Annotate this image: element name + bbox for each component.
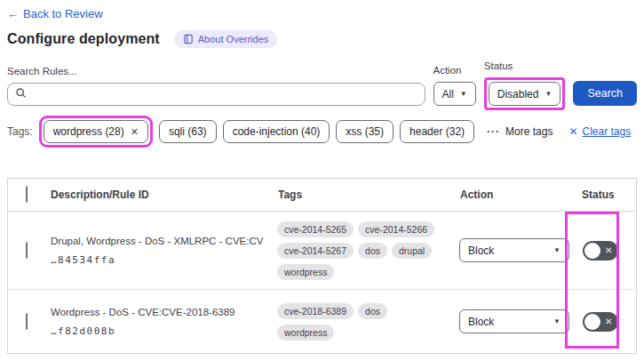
tag-chip-label: wordpress (28)	[53, 125, 124, 138]
tags-filter-bar: Tags: wordpress (28) ✕ sqli (63) code-in…	[7, 116, 637, 148]
tag-chip-wordpress[interactable]: wordpress (28) ✕	[44, 120, 148, 143]
status-filter-value: Disabled	[497, 88, 539, 100]
chevron-down-icon: ▼	[553, 246, 561, 254]
tag-chip-xss[interactable]: xss (35)	[336, 120, 394, 143]
rule-tag-pill: dos	[358, 243, 387, 259]
book-icon	[183, 34, 194, 44]
title-row: Configure deployment About Overrides	[7, 30, 637, 48]
rule-tag-pill: cve-2014-5265	[277, 221, 354, 237]
status-label: Status	[484, 60, 566, 71]
search-rules-input[interactable]	[7, 83, 425, 106]
about-overrides-link[interactable]: About Overrides	[174, 30, 277, 48]
rule-tag-pill: cve-2014-5267	[277, 243, 354, 259]
toggle-off-x-icon: ✕	[605, 317, 612, 326]
table-row: Wordpress - DoS - CVE:CVE-2018-6389 …f82…	[8, 290, 636, 353]
action-filter-value: All	[442, 88, 454, 100]
status-toggle[interactable]: ✕	[583, 241, 618, 261]
more-tags-button[interactable]: ··· More tags	[487, 125, 553, 138]
column-header-status: Status	[574, 189, 636, 201]
more-tags-label: More tags	[505, 125, 553, 138]
back-link-label: Back to Review	[23, 7, 103, 20]
rule-tag-pill: cve-2018-6389	[277, 303, 354, 319]
tags-label: Tags:	[7, 125, 33, 138]
about-overrides-label: About Overrides	[198, 34, 268, 44]
rule-description: Wordpress - DoS - CVE:CVE-2018-6389	[51, 307, 263, 317]
search-rules-label: Search Rules...	[7, 66, 425, 76]
chevron-down-icon: ▼	[545, 90, 552, 98]
tag-chip-header[interactable]: header (32)	[400, 120, 474, 143]
rule-tag-pill: drupal	[392, 243, 432, 259]
toggle-knob	[584, 243, 600, 259]
filter-row: Search Rules... Action All ▼ Status	[7, 60, 637, 106]
select-all-checkbox[interactable]	[26, 186, 28, 203]
action-label: Action	[433, 65, 476, 76]
search-icon	[15, 86, 27, 102]
back-arrow-icon: ←	[7, 7, 19, 20]
rule-tag-pill: wordpress	[277, 264, 334, 280]
status-toggle[interactable]: ✕	[583, 312, 618, 332]
table-header-row: Description/Rule ID Tags Action Status	[8, 179, 636, 212]
column-header-description: Description/Rule ID	[51, 189, 272, 201]
action-filter-dropdown[interactable]: All ▼	[433, 82, 476, 106]
tag-chip-sqli[interactable]: sqli (63)	[159, 120, 217, 143]
rules-table: Description/Rule ID Tags Action Status D…	[7, 178, 637, 354]
column-header-tags: Tags	[272, 189, 452, 201]
search-button[interactable]: Search	[573, 81, 637, 106]
remove-tag-icon[interactable]: ✕	[131, 126, 139, 138]
status-filter-dropdown[interactable]: Disabled ▼	[489, 82, 561, 106]
action-dropdown[interactable]: Block ▼	[459, 309, 569, 333]
action-value: Block	[468, 245, 494, 257]
rule-id: …f82d008b	[51, 325, 263, 337]
toggle-knob	[584, 314, 600, 330]
action-value: Block	[468, 316, 494, 328]
clear-tags-link[interactable]: ✕ Clear tags	[568, 125, 631, 138]
rule-description: Drupal, Wordpress - DoS - XMLRPC - CVE:C…	[51, 236, 263, 246]
row-checkbox[interactable]	[26, 313, 28, 330]
column-header-action: Action	[452, 189, 574, 201]
table-row: Drupal, Wordpress - DoS - XMLRPC - CVE:C…	[8, 212, 636, 290]
row-checkbox[interactable]	[26, 242, 28, 259]
rule-tag-pill: cve-2014-5266	[358, 221, 434, 237]
chevron-down-icon: ▼	[460, 90, 467, 98]
tag-chip-code-injection[interactable]: code-injection (40)	[223, 120, 330, 143]
rule-tag-pill: dos	[358, 303, 387, 319]
page-title: Configure deployment	[7, 31, 160, 47]
rule-id: …84534ffa	[51, 254, 263, 266]
rule-tag-pill: wordpress	[277, 325, 334, 341]
rule-tags: cve-2018-6389 dos wordpress	[272, 303, 452, 341]
configure-deployment-page: ← Back to Review Configure deployment Ab…	[0, 0, 644, 354]
chevron-down-icon: ▼	[553, 317, 561, 325]
ellipsis-icon: ···	[487, 125, 500, 138]
clear-tags-x-icon: ✕	[568, 125, 577, 138]
toggle-off-x-icon: ✕	[605, 245, 612, 255]
clear-tags-label: Clear tags	[583, 125, 632, 138]
action-dropdown[interactable]: Block ▼	[459, 238, 569, 262]
selected-tag-highlight: wordpress (28) ✕	[39, 116, 153, 148]
back-to-review-link[interactable]: ← Back to Review	[7, 7, 103, 20]
status-filter-highlight: Disabled ▼	[484, 77, 566, 110]
rule-tags: cve-2014-5265 cve-2014-5266 cve-2014-526…	[272, 221, 452, 280]
